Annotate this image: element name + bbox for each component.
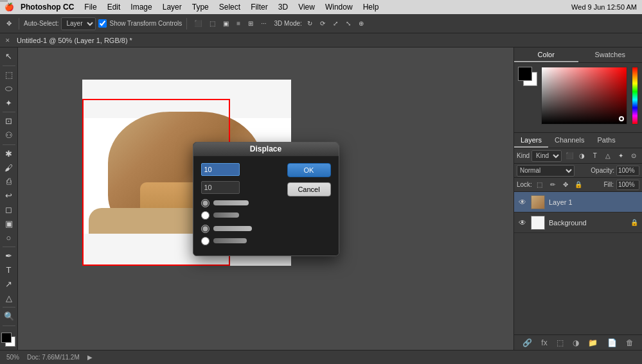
new-layer-btn[interactable]: 📄 <box>607 338 617 347</box>
filter-toggle-btn[interactable]: ⊙ <box>629 150 639 162</box>
shape-filter-btn[interactable]: △ <box>602 150 613 162</box>
delete-layer-btn[interactable]: 🗑 <box>626 338 634 347</box>
3d-pan-btn[interactable]: ⤢ <box>330 17 341 31</box>
lock-position-btn[interactable]: ✥ <box>560 180 571 190</box>
move-tool[interactable]: ↖ <box>2 50 16 63</box>
tab-channels[interactable]: Channels <box>548 133 591 148</box>
type-filter-btn[interactable]: T <box>589 150 600 162</box>
lasso-tool[interactable]: ⬭ <box>2 83 16 96</box>
move-tool-btn[interactable]: ✥ <box>4 17 14 31</box>
menu-select[interactable]: Select <box>214 0 245 14</box>
marquee-tool[interactable]: ⬚ <box>2 69 16 82</box>
repeat-slider <box>213 238 247 243</box>
color-swatches[interactable] <box>0 331 18 347</box>
align-btn-3[interactable]: ▣ <box>220 17 231 31</box>
foreground-color-swatch[interactable] <box>518 67 532 81</box>
menu-filter[interactable]: Filter <box>245 0 273 14</box>
brush-tool[interactable]: 🖌 <box>2 161 16 174</box>
blend-mode-select[interactable]: Normal <box>517 165 575 177</box>
magic-wand-tool[interactable]: ✦ <box>2 96 16 109</box>
fill-input[interactable] <box>616 180 639 190</box>
new-adjustment-btn[interactable]: ◑ <box>573 338 579 347</box>
lock-pixels-btn[interactable]: ✏ <box>548 180 558 190</box>
lock-all-btn[interactable]: 🔒 <box>573 180 584 190</box>
add-mask-btn[interactable]: ⬚ <box>557 338 564 347</box>
align-btn-2[interactable]: ⬚ <box>207 17 218 31</box>
color-gradient-field[interactable] <box>541 67 627 125</box>
auto-select-dropdown[interactable]: Layer <box>61 17 96 30</box>
more-options-btn[interactable]: ··· <box>258 17 269 31</box>
menu-layer[interactable]: Layer <box>157 0 187 14</box>
layer-visibility-background[interactable]: 👁 <box>518 218 527 227</box>
new-group-btn[interactable]: 📁 <box>588 338 598 347</box>
repeat-edge-radio[interactable] <box>201 237 210 245</box>
type-tool[interactable]: T <box>2 264 16 277</box>
shape-tool[interactable]: △ <box>2 291 16 304</box>
tile-radio[interactable] <box>201 211 210 220</box>
3d-roll-btn[interactable]: ⟳ <box>317 17 328 31</box>
crop-tool[interactable]: ⊡ <box>2 115 16 128</box>
canvas-area[interactable]: Displace <box>18 48 513 350</box>
align-btn-5[interactable]: ⊞ <box>245 17 256 31</box>
ok-button[interactable]: OK <box>287 163 331 177</box>
eyedropper-tool[interactable]: ⚇ <box>2 129 16 142</box>
zoom-tool[interactable]: 🔍 <box>2 310 16 323</box>
pixel-filter-btn[interactable]: ⬛ <box>564 150 575 162</box>
menu-photoshop[interactable]: Photoshop CC <box>15 0 79 14</box>
gradient-tool[interactable]: ▣ <box>2 217 16 230</box>
menu-help[interactable]: Help <box>358 0 384 14</box>
align-btn-1[interactable]: ⬛ <box>192 17 204 31</box>
link-layers-btn[interactable]: 🔗 <box>522 338 532 347</box>
tool-sep-2 <box>3 112 15 112</box>
transform-checkbox[interactable] <box>98 19 107 28</box>
opacity-input[interactable] <box>616 166 639 176</box>
status-arrow[interactable]: ▶ <box>87 354 93 361</box>
layer-item-background[interactable]: 👁 Background 🔒 <box>514 212 642 233</box>
pen-tool[interactable]: ✒ <box>2 250 16 263</box>
menu-3d[interactable]: 3D <box>273 0 293 14</box>
kind-filter-dropdown[interactable]: Kind <box>531 150 562 162</box>
kind-filter-label: Kind <box>517 152 530 159</box>
tab-color[interactable]: Color <box>514 48 578 62</box>
tab-layers[interactable]: Layers <box>514 133 548 148</box>
layer-item-layer1[interactable]: 👁 Layer 1 <box>514 192 642 212</box>
menu-window[interactable]: Window <box>320 0 358 14</box>
tab-paths[interactable]: Paths <box>591 133 622 148</box>
tab-close-btn[interactable]: ✕ <box>5 37 10 44</box>
path-select-tool[interactable]: ↗ <box>2 278 16 291</box>
3d-rotate-btn[interactable]: ↻ <box>305 17 315 31</box>
fill-label: Fill: <box>603 181 614 188</box>
history-brush-tool[interactable]: ↩ <box>2 189 16 202</box>
wrap-around-radio[interactable] <box>201 225 210 233</box>
hue-slider[interactable] <box>632 67 638 125</box>
status-bar: 50% Doc: 7.66M/11.2M ▶ <box>0 350 642 364</box>
3d-slide-btn[interactable]: ⤡ <box>343 17 353 31</box>
smart-filter-btn[interactable]: ✦ <box>616 150 627 162</box>
document-tab[interactable]: Untitled-1 @ 50% (Layer 1, RGB/8) * <box>17 37 132 44</box>
menu-image[interactable]: Image <box>125 0 157 14</box>
dodge-tool[interactable]: ○ <box>2 231 16 244</box>
foreground-color[interactable] <box>1 333 12 343</box>
layer-name-background: Background <box>549 219 627 227</box>
align-btn-4[interactable]: ≡ <box>234 17 243 31</box>
menu-type[interactable]: Type <box>187 0 214 14</box>
add-style-btn[interactable]: fx <box>541 338 547 347</box>
menu-edit[interactable]: Edit <box>102 0 126 14</box>
eraser-tool[interactable]: ◻ <box>2 204 16 216</box>
stretch-to-fit-radio[interactable] <box>201 199 210 207</box>
adjustment-filter-btn[interactable]: ◑ <box>576 150 587 162</box>
vertical-scale-input[interactable] <box>201 181 240 194</box>
horizontal-scale-input[interactable] <box>201 163 240 176</box>
layer-visibility-layer1[interactable]: 👁 <box>518 198 527 207</box>
transform-label: Show Transform Controls <box>98 19 182 28</box>
spot-heal-tool[interactable]: ✱ <box>2 148 16 160</box>
menu-file[interactable]: File <box>79 0 102 14</box>
apple-menu[interactable]: 🍎 <box>3 0 15 14</box>
menu-view[interactable]: View <box>293 0 320 14</box>
fg-bg-colors[interactable] <box>518 67 539 89</box>
lock-transparent-btn[interactable]: ⬚ <box>535 180 545 190</box>
3d-scale-btn[interactable]: ⊕ <box>356 17 366 31</box>
clone-tool[interactable]: ⎙ <box>2 175 16 188</box>
tab-swatches[interactable]: Swatches <box>578 48 643 62</box>
cancel-button[interactable]: Cancel <box>287 182 331 196</box>
